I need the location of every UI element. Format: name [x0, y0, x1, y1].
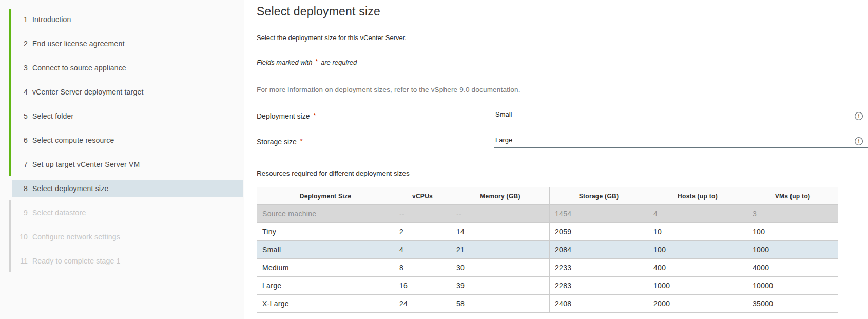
svg-text:i: i [858, 138, 860, 145]
deployment-size-label: Deployment size* [257, 112, 316, 120]
sidebar-step-select-folder[interactable]: 5 Select folder [0, 104, 243, 128]
cell: -- [394, 205, 451, 223]
required-fields-note: Fields marked with*are required [257, 59, 357, 66]
cell: Source machine [257, 205, 394, 223]
step-number: 9 [18, 209, 28, 217]
step-number: 4 [18, 88, 28, 96]
step-label: Select folder [32, 112, 73, 120]
column-header-deployment-size: Deployment Size [257, 187, 394, 205]
step-label: Set up target vCenter Server VM [32, 160, 140, 168]
column-header-vcpus: vCPUs [394, 187, 451, 205]
required-asterisk: * [314, 112, 316, 119]
step-number: 5 [18, 112, 28, 120]
required-asterisk: * [315, 58, 318, 65]
cell: Tiny [257, 223, 394, 241]
cell: 14 [451, 223, 550, 241]
wizard-step-list: 1 Introduction 2 End user license agreem… [0, 7, 243, 273]
cell: 2408 [550, 295, 648, 313]
cell: 24 [394, 295, 451, 313]
step-label: Connect to source appliance [32, 64, 126, 72]
storage-size-value: Large [495, 136, 512, 144]
cell: 100 [747, 223, 838, 241]
step-label: Ready to complete stage 1 [32, 257, 121, 265]
sidebar-step-select-datastore: 9 Select datastore [0, 200, 243, 224]
step-label: Select compute resource [32, 136, 114, 144]
sidebar-step-connect-source[interactable]: 3 Connect to source appliance [0, 55, 243, 80]
cell: 4 [648, 205, 747, 223]
required-note-prefix: Fields marked with [257, 59, 312, 66]
cell: Large [257, 277, 394, 295]
sidebar-step-target-vm[interactable]: 7 Set up target vCenter Server VM [0, 152, 243, 176]
required-note-suffix: are required [321, 59, 357, 66]
cell: 2000 [648, 295, 747, 313]
cell: 10 [648, 223, 747, 241]
sidebar-step-network-settings: 10 Configure network settings [0, 224, 243, 249]
column-header-storage: Storage (GB) [550, 187, 648, 205]
cell: 2059 [550, 223, 648, 241]
deployment-size-value: Small [495, 110, 512, 118]
sidebar-step-introduction[interactable]: 1 Introduction [0, 7, 243, 31]
cell: 2 [394, 223, 451, 241]
step-number: 2 [18, 40, 28, 48]
svg-text:i: i [858, 113, 860, 120]
step-label: vCenter Server deployment target [32, 88, 144, 96]
cell: X-Large [257, 295, 394, 313]
step-number: 6 [18, 136, 28, 144]
cell: 400 [648, 259, 747, 277]
cell: Small [257, 241, 394, 259]
sidebar-step-compute-resource[interactable]: 6 Select compute resource [0, 128, 243, 152]
cell: 58 [451, 295, 550, 313]
cell: 3 [747, 205, 838, 223]
table-row-xlarge: X-Large 24 58 2408 2000 35000 [257, 295, 838, 313]
page-title: Select deployment size [257, 5, 380, 18]
page-subtitle: Select the deployment size for this vCen… [257, 34, 407, 42]
step-number: 8 [18, 184, 28, 193]
cell: -- [451, 205, 550, 223]
step-number: 1 [18, 15, 28, 24]
column-header-hosts: Hosts (up to) [648, 187, 747, 205]
table-row-medium: Medium 8 30 2233 400 4000 [257, 259, 838, 277]
cell: 100 [648, 241, 747, 259]
table-row-large: Large 16 39 2283 1000 10000 [257, 277, 838, 295]
wizard-content-panel: Select deployment size Select the deploy… [244, 0, 868, 319]
table-row-source-machine: Source machine -- -- 1454 4 3 [257, 205, 838, 223]
sidebar-step-eula[interactable]: 2 End user license agreement [0, 31, 243, 55]
step-label: Introduction [32, 15, 71, 24]
cell: 1000 [648, 277, 747, 295]
cell: 4000 [747, 259, 838, 277]
sidebar-step-deployment-target[interactable]: 4 vCenter Server deployment target [0, 80, 243, 104]
cell: Medium [257, 259, 394, 277]
table-row-small-selected: Small 4 21 2084 100 1000 [257, 241, 838, 259]
storage-size-label: Storage size* [257, 138, 303, 146]
cell: 10000 [747, 277, 838, 295]
storage-size-info-icon[interactable]: i [854, 137, 863, 146]
deployment-size-select[interactable]: Small [494, 106, 868, 122]
cell: 2084 [550, 241, 648, 259]
cell: 39 [451, 277, 550, 295]
step-number: 7 [18, 160, 28, 168]
column-header-vms: VMs (up to) [747, 187, 838, 205]
cell: 8 [394, 259, 451, 277]
cell: 35000 [747, 295, 838, 313]
step-number: 10 [18, 233, 28, 241]
cell: 1000 [747, 241, 838, 259]
sidebar-step-deployment-size-current[interactable]: 8 Select deployment size [12, 180, 243, 197]
cell: 16 [394, 277, 451, 295]
required-asterisk: * [300, 138, 303, 145]
table-header-row: Deployment Size vCPUs Memory (GB) Storag… [257, 187, 838, 205]
step-number: 11 [18, 257, 28, 265]
deployment-sizes-info-text: For more information on deployment sizes… [257, 86, 520, 93]
cell: 4 [394, 241, 451, 259]
cell: 2233 [550, 259, 648, 277]
storage-size-select[interactable]: Large [494, 132, 868, 148]
sidebar-step-ready-to-complete: 11 Ready to complete stage 1 [0, 249, 243, 273]
resources-table: Deployment Size vCPUs Memory (GB) Storag… [257, 187, 838, 313]
cell: 1454 [550, 205, 648, 223]
step-label: Select deployment size [32, 184, 108, 193]
deployment-size-info-icon[interactable]: i [854, 111, 863, 121]
table-row-tiny: Tiny 2 14 2059 10 100 [257, 223, 838, 241]
cell: 30 [451, 259, 550, 277]
step-label: Configure network settings [32, 233, 120, 241]
resources-table-heading: Resources required for different deploym… [257, 170, 410, 177]
column-header-memory: Memory (GB) [451, 187, 550, 205]
